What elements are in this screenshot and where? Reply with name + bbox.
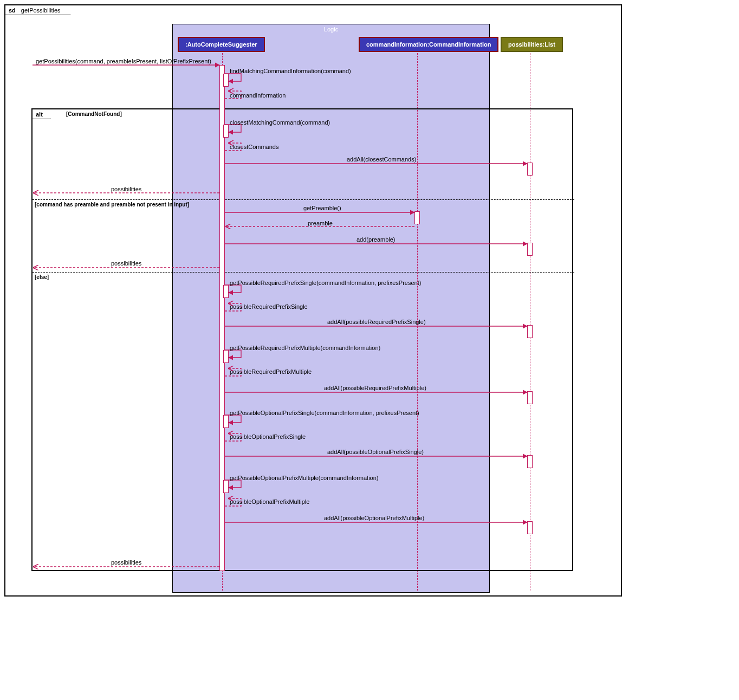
msg-10: add(preamble) bbox=[356, 236, 396, 243]
activation-self-6 bbox=[223, 480, 229, 493]
msg-15: getPossibleRequiredPrefixMultiple(comman… bbox=[230, 345, 380, 351]
msg-20: addAll(possibleOptionalPrefixSingle) bbox=[327, 449, 424, 455]
msg-6: addAll(closestCommands) bbox=[347, 156, 416, 163]
activation-cmdinfo-1 bbox=[414, 211, 420, 224]
activation-self-2 bbox=[223, 125, 229, 138]
msg-9: preamble bbox=[308, 220, 333, 226]
activation-poss-5 bbox=[527, 455, 533, 468]
msg-7: possibilities bbox=[111, 186, 141, 192]
msg-24: possibilities bbox=[111, 559, 141, 566]
msg-17: addAll(possibleRequiredPrefixMultiple) bbox=[324, 385, 426, 391]
alt-divider-1 bbox=[33, 199, 574, 200]
msg-19: possibleOptionalPrefixSingle bbox=[230, 433, 306, 440]
participant-suggester: :AutoCompleteSuggester bbox=[178, 37, 265, 52]
msg-13: possibleRequiredPrefixSingle bbox=[230, 303, 308, 310]
msg-4: closestMatchingCommand(command) bbox=[230, 119, 330, 126]
participant-possibilities: possibilities:List bbox=[501, 37, 563, 52]
frame-title: getPossibilities bbox=[21, 7, 61, 14]
msg-1: getPossibilities(command, preambleIsPres… bbox=[36, 58, 211, 64]
activation-poss-6 bbox=[527, 521, 533, 534]
guard-2: [command has preamble and preamble not p… bbox=[35, 202, 189, 208]
msg-2: findMatchingCommandInformation(command) bbox=[230, 68, 351, 74]
msg-23: addAll(possibleOptionalPrefixMultiple) bbox=[324, 515, 424, 521]
msg-14: addAll(possibleRequiredPrefixSingle) bbox=[327, 319, 426, 325]
guard-3: [else] bbox=[35, 274, 49, 280]
msg-16: possibleRequiredPrefixMultiple bbox=[230, 368, 312, 375]
activation-self-1 bbox=[223, 74, 229, 87]
alt-tab: alt bbox=[33, 109, 51, 119]
activation-poss-4 bbox=[527, 391, 533, 404]
activation-suggester-main bbox=[219, 65, 225, 571]
guard-1: [CommandNotFound] bbox=[66, 111, 122, 117]
activation-self-3 bbox=[223, 285, 229, 298]
activation-self-4 bbox=[223, 350, 229, 363]
msg-22: possibleOptionalPrefixMultiple bbox=[230, 498, 309, 505]
activation-self-5 bbox=[223, 415, 229, 428]
sd-keyword: sd bbox=[9, 7, 16, 14]
msg-5: closestCommands bbox=[230, 144, 278, 150]
alt-divider-2 bbox=[33, 272, 574, 273]
activation-poss-2 bbox=[527, 243, 533, 256]
sequence-diagram-frame: sd getPossibilities Logic :AutoCompleteS… bbox=[4, 4, 622, 597]
msg-21: getPossibleOptionalPrefixMultiple(comman… bbox=[230, 475, 379, 481]
msg-3: commandInformation bbox=[230, 92, 286, 99]
msg-18: getPossibleOptionalPrefixSingle(commandI… bbox=[230, 410, 419, 416]
logic-title: Logic bbox=[173, 24, 489, 34]
participant-cmdinfo: commandInformation:CommandInformation bbox=[359, 37, 498, 52]
frame-tab: sd getPossibilities bbox=[5, 5, 71, 15]
msg-12: getPossibleRequiredPrefixSingle(commandI… bbox=[230, 280, 421, 286]
activation-poss-1 bbox=[527, 163, 533, 176]
msg-11: possibilities bbox=[111, 260, 141, 267]
activation-poss-3 bbox=[527, 325, 533, 338]
msg-8: getPreamble() bbox=[303, 205, 341, 211]
